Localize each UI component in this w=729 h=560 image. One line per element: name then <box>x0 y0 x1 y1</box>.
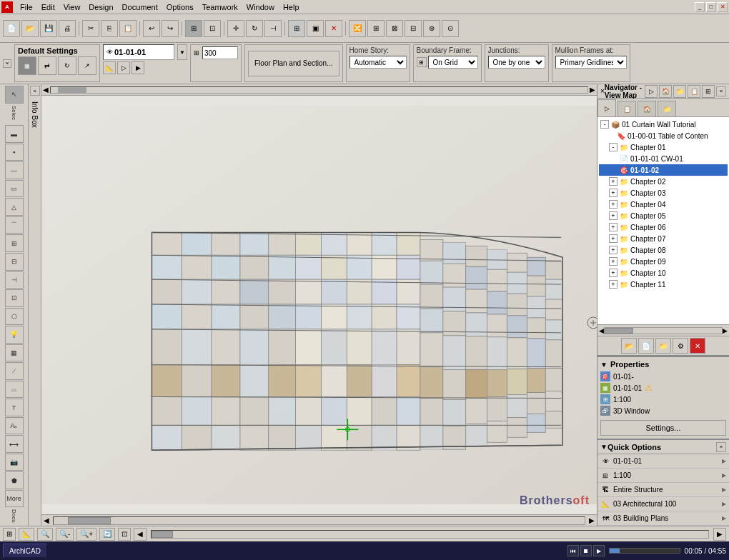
floor-plan-btn[interactable]: Floor Plan and Section... <box>248 51 339 76</box>
tree-ch02[interactable]: + 📁 Chapter 02 <box>599 176 728 187</box>
save-btn[interactable]: 💾 <box>40 20 57 37</box>
tree-ch11[interactable]: + 📁 Chapter 11 <box>599 279 728 290</box>
junctions-select[interactable]: One by one <box>488 56 545 69</box>
fill-tool[interactable]: ▦ <box>5 344 24 362</box>
mirror-btn[interactable]: ⊣ <box>264 20 282 37</box>
cut-btn[interactable]: ✂ <box>82 20 99 37</box>
hscroll-right-btn[interactable]: ▶ <box>587 516 597 524</box>
more-btn[interactable]: More <box>5 490 24 508</box>
qo-row-scale[interactable]: ⊞ 1:100 ▶ <box>597 469 729 483</box>
panel-close-btn[interactable]: × <box>3 59 11 68</box>
close-btn[interactable]: ✕ <box>718 2 728 12</box>
maximize-btn[interactable]: □ <box>706 2 716 12</box>
wall-tool[interactable]: ▬ <box>5 125 24 143</box>
new-btn[interactable]: 📄 <box>3 20 20 37</box>
menu-document[interactable]: Document <box>118 1 162 13</box>
tool5-btn[interactable]: ⊙ <box>442 20 459 37</box>
play-play-btn[interactable]: ▶ <box>593 545 605 556</box>
shell-tool[interactable]: ⌒ <box>5 216 24 234</box>
column-tool[interactable]: ▪ <box>5 144 24 161</box>
menu-teamwork[interactable]: Teamwork <box>198 1 242 13</box>
status-icon-2[interactable]: 📐 <box>19 528 34 541</box>
paste-btn[interactable]: 📋 <box>119 20 137 37</box>
tree-ch09[interactable]: + 📁 Chapter 09 <box>599 256 728 267</box>
tree-ch01[interactable]: - 📁 Chapter 01 <box>599 141 728 153</box>
marquee-btn[interactable]: ⊡ <box>204 20 221 37</box>
tool4-btn[interactable]: ⊛ <box>423 20 440 37</box>
info-box-tab[interactable]: Info Box <box>29 99 40 131</box>
layer-dropdown[interactable]: ▼ <box>177 44 187 60</box>
label-tool[interactable]: Aₐ <box>5 417 24 435</box>
camera-tool[interactable]: 📷 <box>5 454 24 471</box>
navigate-btn[interactable]: 🔀 <box>349 20 366 37</box>
props-expand-icon[interactable]: ▼ <box>600 361 608 369</box>
tree-ch04[interactable]: + 📁 Chapter 04 <box>599 199 728 210</box>
menu-help[interactable]: Help <box>279 1 304 13</box>
door-tool[interactable]: ⊣ <box>5 271 24 289</box>
stair-tool[interactable]: ⊟ <box>5 253 24 271</box>
section-icon[interactable]: 📐 <box>103 61 116 74</box>
qo-row-plans[interactable]: 🗺 03 Building Plans ▶ <box>597 511 729 526</box>
panel-pin[interactable]: × <box>30 86 40 96</box>
tree-ch06[interactable]: + 📁 Chapter 06 <box>599 221 728 233</box>
tree-0102[interactable]: 🎯 01-01-02 <box>599 164 728 176</box>
ch03-expand[interactable]: + <box>609 189 618 197</box>
beam-tool[interactable]: — <box>5 161 24 179</box>
nav-pin-btn[interactable]: × <box>716 86 726 96</box>
nav-action-open[interactable]: 📂 <box>621 338 637 354</box>
curtain-wall-btn[interactable]: ⊞ <box>288 20 305 37</box>
viewport-scroll-right[interactable]: ▶ <box>590 86 595 94</box>
open-btn[interactable]: 📂 <box>21 20 39 37</box>
tree-ch05[interactable]: + 📁 Chapter 05 <box>599 210 728 221</box>
nav-tab-3[interactable]: 🏠 <box>638 101 656 116</box>
nav-action-settings[interactable]: ⚙ <box>673 338 688 354</box>
ch07-expand[interactable]: + <box>609 234 618 243</box>
mullion-select[interactable]: Primary Gridlines <box>555 56 627 69</box>
viewport-scroll-left[interactable]: ◀ <box>43 86 49 94</box>
taskbar-archicad-btn[interactable]: ArchiCAD <box>3 544 47 558</box>
delete-btn[interactable]: ✕ <box>325 20 342 37</box>
nav-tab-1[interactable]: ▷ <box>597 99 616 116</box>
boundary-select[interactable]: On Grid <box>428 56 478 69</box>
tree-ch10[interactable]: + 📁 Chapter 10 <box>599 267 728 279</box>
triangle-icon[interactable]: ▷ <box>117 61 130 74</box>
nav-scroll-track[interactable] <box>604 327 723 334</box>
3d-viewport[interactable]: Brothersoft <box>41 96 597 514</box>
status-scroll-left[interactable]: ◀ <box>134 528 147 541</box>
nav-btn-1[interactable]: ▷ <box>645 85 658 98</box>
settings-button[interactable]: Settings... <box>600 420 726 436</box>
hscroll-left-btn[interactable]: ◀ <box>41 516 51 524</box>
tree-toc[interactable]: 🔖 01-00-01 Table of Conten <box>599 130 728 141</box>
move-tool-btn[interactable]: ⇄ <box>38 56 56 75</box>
nav-scroll-left[interactable]: ◀ <box>599 327 604 334</box>
rotate-btn[interactable]: ↻ <box>246 20 263 37</box>
status-scroll-track[interactable] <box>151 530 709 539</box>
ch01-expand[interactable]: - <box>609 143 618 151</box>
status-icon-4[interactable]: ⊡ <box>118 528 131 541</box>
morph-tool[interactable]: ⬟ <box>5 471 24 489</box>
qo-expand-icon[interactable]: ▼ <box>600 443 608 451</box>
play-prev-btn[interactable]: ⏮ <box>567 545 579 556</box>
nav-scroll-right[interactable]: ▶ <box>723 327 728 334</box>
status-scroll-right[interactable]: ▶ <box>713 528 726 541</box>
curtain-wall-tool[interactable]: ⊞ <box>5 234 24 252</box>
ch09-expand[interactable]: + <box>609 257 618 266</box>
fill-btn[interactable]: ▣ <box>307 20 324 37</box>
window-tool[interactable]: ⊡ <box>5 289 24 307</box>
nav-btn-2[interactable]: 🏠 <box>659 85 672 98</box>
rotate-tool-btn[interactable]: ↻ <box>58 56 76 75</box>
layer-selector[interactable]: 👁 01-01-01 <box>103 44 174 60</box>
tree-ch07[interactable]: + 📁 Chapter 07 <box>599 233 728 244</box>
slab-tool[interactable]: ▭ <box>5 180 24 198</box>
zoom-in-btn[interactable]: 🔍+ <box>76 528 96 541</box>
grid-view-btn[interactable]: ▦ <box>18 56 36 75</box>
object-tool[interactable]: ⬡ <box>5 308 24 326</box>
nav-tab-2[interactable]: 📋 <box>618 101 636 116</box>
tree-ch03[interactable]: + 📁 Chapter 03 <box>599 187 728 199</box>
qo-row-view[interactable]: 👁 01-01-01 ▶ <box>597 454 729 469</box>
tree-ch08[interactable]: + 📁 Chapter 08 <box>599 244 728 256</box>
nav-btn-5[interactable]: ⊞ <box>702 85 715 98</box>
play-stop-btn[interactable]: ⏹ <box>580 545 592 556</box>
ch05-expand[interactable]: + <box>609 211 618 220</box>
progress-bar[interactable] <box>609 548 680 554</box>
